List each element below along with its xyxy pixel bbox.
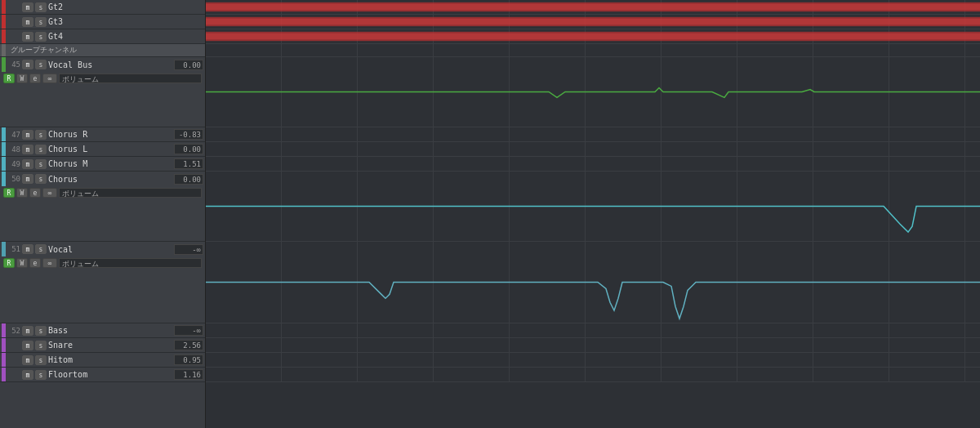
track-vol-chorus[interactable]: 0.00 [174,174,203,185]
chain-btn-vocal[interactable]: ∞ [42,258,57,268]
vol-label-vocal: ボリューム [59,258,202,268]
solo-btn-snare[interactable]: s [35,341,47,350]
automation-svg-vocal-bus [206,57,980,127]
write-btn-vocal[interactable]: W [16,258,28,268]
record-btn-vocal[interactable]: R [3,258,15,268]
track-vol-bass[interactable]: -∞ [174,325,203,336]
track-name-chorus-r: Chorus_R [48,130,172,139]
mute-btn-vocal-bus[interactable]: m [22,60,33,69]
mute-btn-floortom[interactable]: m [22,370,33,380]
mute-btn-chorus-m[interactable]: m [22,159,33,169]
vol-label-vocal-bus: ボリューム [59,74,202,83]
lane-snare [206,338,980,353]
track-name-gt3: Gt3 [48,17,203,26]
track-color-floortom [2,368,6,381]
controls-vocal: R W e ∞ ボリューム [0,256,205,270]
track-color-snare [2,338,6,352]
lane-gt3 [206,15,980,29]
mute-btn-chorus-l[interactable]: m [22,145,33,154]
track-color-chorus [2,172,6,186]
mute-btn-gt2[interactable]: m [22,2,33,12]
lane-floortom [206,368,980,382]
track-vol-vocal-bus[interactable]: 0.00 [174,60,203,70]
solo-btn-vocal[interactable]: s [35,244,47,254]
chain-btn-vocal-bus[interactable]: ∞ [42,74,57,83]
track-vol-chorus-r[interactable]: -0.83 [174,129,203,140]
track-name-gt2: Gt2 [48,2,203,11]
lane-hitom [206,353,980,368]
record-btn-chorus[interactable]: R [3,188,15,198]
lane-vocal [206,242,980,323]
track-vol-chorus-l[interactable]: 0.00 [174,144,203,154]
solo-btn-floortom[interactable]: s [35,370,47,380]
track-row-snare: m s Snare 2.56 [0,338,205,353]
svg-rect-1 [206,4,980,11]
track-vol-floortom[interactable]: 1.16 [174,369,203,380]
track-row-gt2: m s Gt2 [0,0,205,15]
record-btn-vocal-bus[interactable]: R [3,74,15,83]
track-vol-hitom[interactable]: 0.95 [174,354,203,365]
lane-gt4 [206,29,980,44]
edit-btn-vocal-bus[interactable]: e [29,74,41,83]
track-name-chorus: Chorus [48,175,172,184]
automation-svg-chorus [206,172,980,241]
svg-rect-3 [206,19,980,25]
controls-chorus: R W e ∞ ボリューム [0,186,205,199]
lane-vocal-bus [206,57,980,127]
mute-btn-chorus-r[interactable]: m [22,130,33,140]
track-row-vocal: 51 m s Vocal -∞ R W e ∞ ボリューム [0,242,205,323]
svg-rect-5 [206,33,980,40]
solo-btn-bass[interactable]: s [35,326,47,336]
track-name-chorus-m: Chorus_M [48,159,172,168]
mute-btn-chorus[interactable]: m [22,174,33,184]
track-name-gt4: Gt4 [48,32,203,41]
track-name-vocal: Vocal [48,245,172,254]
lane-bass [206,323,980,338]
track-row-floortom: m s Floortom 1.16 [0,368,205,382]
track-vol-chorus-m[interactable]: 1.51 [174,158,203,169]
automation-svg-gt4 [206,29,980,43]
mute-btn-vocal[interactable]: m [22,244,33,254]
solo-btn-gt4[interactable]: s [35,32,47,42]
solo-btn-gt2[interactable]: s [35,2,47,12]
track-row-chorus: 50 m s Chorus 0.00 R W e ∞ ボリューム [0,172,205,242]
mute-btn-bass[interactable]: m [22,326,33,336]
track-vol-vocal[interactable]: -∞ [174,244,203,255]
chain-btn-chorus[interactable]: ∞ [42,188,57,198]
solo-btn-chorus[interactable]: s [35,174,47,184]
mute-btn-gt4[interactable]: m [22,32,33,42]
track-color-chorus-l [2,142,6,156]
edit-btn-vocal[interactable]: e [29,258,41,268]
lane-chorus [206,172,980,242]
solo-btn-chorus-r[interactable]: s [35,130,47,140]
edit-btn-chorus[interactable]: e [29,188,41,198]
track-color-gt2 [2,0,6,14]
write-btn-chorus[interactable]: W [16,188,28,198]
lane-gt2 [206,0,980,15]
track-color-gt3 [2,15,6,29]
track-vol-snare[interactable]: 2.56 [174,340,203,350]
track-color-bass [2,323,6,337]
track-row-bass: 52 m s Bass -∞ [0,323,205,338]
group-channel-label: グループチャンネル [7,45,77,56]
solo-btn-chorus-l[interactable]: s [35,145,47,154]
track-row-chorus-m: 49 m s Chorus_M 1.51 [0,157,205,172]
track-color-vocal-bus [2,57,6,72]
track-name-snare: Snare [48,341,172,350]
solo-btn-hitom[interactable]: s [35,355,47,365]
solo-btn-vocal-bus[interactable]: s [35,60,47,69]
lane-chorus-l [206,142,980,157]
solo-btn-gt3[interactable]: s [35,17,47,27]
automation-svg-vocal [206,242,980,323]
automation-svg-gt2 [206,0,980,14]
group-channel-header: グループチャンネル [0,44,205,57]
automation-panel [206,0,980,428]
track-row-chorus-l: 48 m s Chorus_L 0.00 [0,142,205,157]
solo-btn-chorus-m[interactable]: s [35,159,47,169]
write-btn-vocal-bus[interactable]: W [16,74,28,83]
track-color-gt4 [2,29,6,43]
mute-btn-snare[interactable]: m [22,341,33,350]
lane-group [206,44,980,57]
mute-btn-hitom[interactable]: m [22,355,33,365]
mute-btn-gt3[interactable]: m [22,17,33,27]
